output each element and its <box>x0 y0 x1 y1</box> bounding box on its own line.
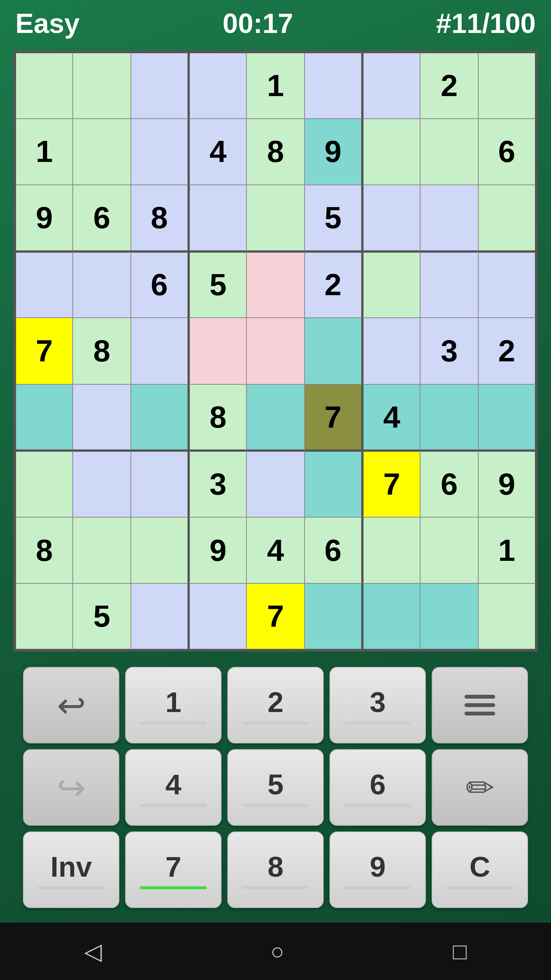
cell-1-3[interactable]: 4 <box>189 119 246 185</box>
keypad-btn-9[interactable]: 9 <box>329 831 426 908</box>
cell-5-4[interactable] <box>246 384 304 451</box>
keypad-btn-3[interactable]: 3 <box>329 667 426 743</box>
cell-1-6[interactable] <box>362 119 420 185</box>
keypad-btn-4[interactable]: 4 <box>125 749 222 826</box>
cell-2-1[interactable]: 6 <box>73 185 130 252</box>
cell-4-2[interactable] <box>131 318 189 384</box>
cell-7-0[interactable]: 8 <box>15 517 73 584</box>
cell-2-8[interactable] <box>478 185 536 252</box>
cell-3-0[interactable] <box>15 252 73 318</box>
cell-5-8[interactable] <box>478 384 536 451</box>
cell-4-6[interactable] <box>362 318 420 384</box>
cell-1-2[interactable] <box>131 119 189 185</box>
cell-1-8[interactable]: 6 <box>478 119 536 185</box>
keypad-btn-inv[interactable]: Inv <box>23 831 119 908</box>
back-button[interactable]: ◁ <box>84 938 102 965</box>
cell-8-5[interactable] <box>305 583 362 650</box>
cell-4-3[interactable] <box>189 318 246 384</box>
keypad-btn-pencil[interactable]: ✏ <box>432 749 528 826</box>
cell-7-5[interactable]: 6 <box>305 517 362 584</box>
cell-4-0[interactable]: 7 <box>15 318 73 384</box>
cell-2-0[interactable]: 9 <box>15 185 73 252</box>
cell-5-2[interactable] <box>131 384 189 451</box>
cell-3-7[interactable] <box>420 252 478 318</box>
cell-1-1[interactable] <box>73 119 130 185</box>
cell-8-3[interactable] <box>189 583 246 650</box>
home-button[interactable]: ○ <box>271 938 284 965</box>
cell-6-5[interactable] <box>305 451 362 517</box>
cell-6-2[interactable] <box>131 451 189 517</box>
difficulty-label: Easy <box>15 8 80 39</box>
cell-4-4[interactable] <box>246 318 304 384</box>
recent-button[interactable]: □ <box>453 938 467 965</box>
cell-1-5[interactable]: 9 <box>305 119 362 185</box>
cell-3-4[interactable] <box>246 252 304 318</box>
keypad-btn-7[interactable]: 7 <box>125 831 222 908</box>
cell-5-3[interactable]: 8 <box>189 384 246 451</box>
cell-2-5[interactable]: 5 <box>305 185 362 252</box>
keypad-btn-redo[interactable]: ↪ <box>23 749 119 826</box>
cell-0-8[interactable] <box>478 52 536 119</box>
cell-4-8[interactable]: 2 <box>478 318 536 384</box>
cell-6-3[interactable]: 3 <box>189 451 246 517</box>
keypad-btn-5[interactable]: 5 <box>227 749 324 826</box>
cell-1-7[interactable] <box>420 119 478 185</box>
cell-8-2[interactable] <box>131 583 189 650</box>
cell-8-1[interactable]: 5 <box>73 583 130 650</box>
cell-2-3[interactable] <box>189 185 246 252</box>
keypad-btn-menu[interactable] <box>432 667 528 743</box>
cell-3-5[interactable]: 2 <box>305 252 362 318</box>
cell-7-2[interactable] <box>131 517 189 584</box>
keypad-btn-undo[interactable]: ↩ <box>23 667 119 743</box>
keypad-btn-c[interactable]: C <box>432 831 528 908</box>
cell-6-4[interactable] <box>246 451 304 517</box>
cell-3-1[interactable] <box>73 252 130 318</box>
cell-5-0[interactable] <box>15 384 73 451</box>
cell-0-0[interactable] <box>15 52 73 119</box>
keypad-btn-2[interactable]: 2 <box>227 667 324 743</box>
cell-0-1[interactable] <box>73 52 130 119</box>
cell-0-3[interactable] <box>189 52 246 119</box>
cell-0-4[interactable]: 1 <box>246 52 304 119</box>
cell-1-0[interactable]: 1 <box>15 119 73 185</box>
keypad-btn-1[interactable]: 1 <box>125 667 222 743</box>
cell-4-5[interactable] <box>305 318 362 384</box>
cell-8-6[interactable] <box>362 583 420 650</box>
cell-8-0[interactable] <box>15 583 73 650</box>
cell-7-4[interactable]: 4 <box>246 517 304 584</box>
cell-3-6[interactable] <box>362 252 420 318</box>
cell-7-1[interactable] <box>73 517 130 584</box>
cell-3-3[interactable]: 5 <box>189 252 246 318</box>
cell-2-4[interactable] <box>246 185 304 252</box>
cell-8-4[interactable]: 7 <box>246 583 304 650</box>
cell-7-8[interactable]: 1 <box>478 517 536 584</box>
cell-4-1[interactable]: 8 <box>73 318 130 384</box>
keypad-btn-6[interactable]: 6 <box>329 749 426 826</box>
cell-6-7[interactable]: 6 <box>420 451 478 517</box>
cell-3-2[interactable]: 6 <box>131 252 189 318</box>
cell-6-0[interactable] <box>15 451 73 517</box>
cell-7-6[interactable] <box>362 517 420 584</box>
cell-0-7[interactable]: 2 <box>420 52 478 119</box>
cell-2-2[interactable]: 8 <box>131 185 189 252</box>
cell-0-5[interactable] <box>305 52 362 119</box>
keypad-btn-8[interactable]: 8 <box>227 831 324 908</box>
cell-6-8[interactable]: 9 <box>478 451 536 517</box>
cell-5-7[interactable] <box>420 384 478 451</box>
cell-7-3[interactable]: 9 <box>189 517 246 584</box>
cell-5-5[interactable]: 7 <box>305 384 362 451</box>
cell-8-7[interactable] <box>420 583 478 650</box>
cell-0-2[interactable] <box>131 52 189 119</box>
cell-5-6[interactable]: 4 <box>362 384 420 451</box>
cell-0-6[interactable] <box>362 52 420 119</box>
cell-2-7[interactable] <box>420 185 478 252</box>
cell-5-1[interactable] <box>73 384 130 451</box>
cell-2-6[interactable] <box>362 185 420 252</box>
cell-3-8[interactable] <box>478 252 536 318</box>
cell-7-7[interactable] <box>420 517 478 584</box>
cell-4-7[interactable]: 3 <box>420 318 478 384</box>
cell-6-6[interactable]: 7 <box>362 451 420 517</box>
cell-8-8[interactable] <box>478 583 536 650</box>
cell-1-4[interactable]: 8 <box>246 119 304 185</box>
cell-6-1[interactable] <box>73 451 130 517</box>
